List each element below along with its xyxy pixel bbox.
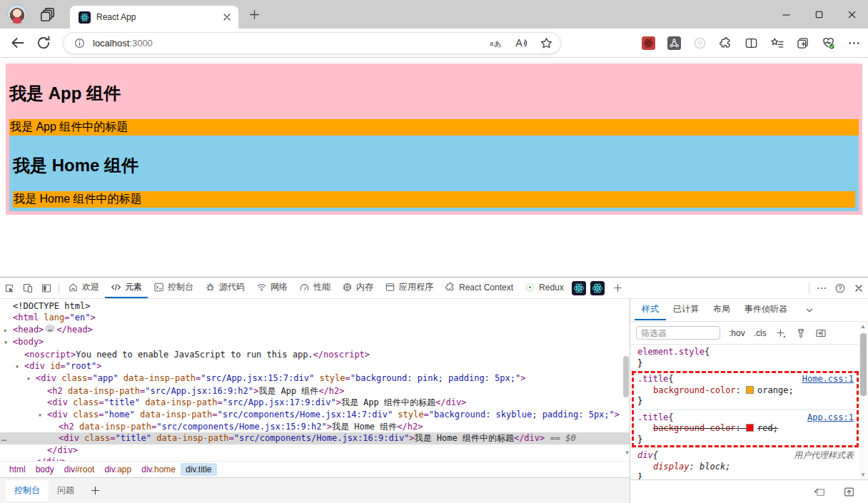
color-swatch[interactable] bbox=[746, 424, 754, 432]
breadcrumb-item-html[interactable]: html bbox=[4, 463, 31, 476]
scroll-down-icon[interactable]: ▼ bbox=[625, 447, 629, 459]
collapsed-content-icon[interactable]: … bbox=[45, 325, 55, 332]
dom-tree-line[interactable]: <html lang="en"> bbox=[0, 312, 630, 323]
devtools-tab-elements[interactable]: 元素 bbox=[105, 278, 148, 298]
collapse-arrow-icon[interactable]: ▾ bbox=[4, 337, 13, 348]
devtools-tab-memory[interactable]: 内存 bbox=[336, 278, 379, 298]
dom-tree-line[interactable]: ▾<div id="root"> bbox=[0, 360, 630, 372]
dom-tree-line-selected[interactable]: …<div class="title" data-insp-path="src/… bbox=[0, 432, 630, 444]
refresh-button[interactable] bbox=[36, 35, 51, 51]
devtools-tab-react-context[interactable]: React Context bbox=[439, 278, 519, 298]
toggle-hover-state-button[interactable]: :hov bbox=[729, 328, 745, 338]
dom-tree-line[interactable]: ▾<body> bbox=[0, 336, 630, 348]
sidebar-toggle-icon[interactable] bbox=[815, 327, 827, 339]
react-devtools-profiler-icon[interactable] bbox=[590, 281, 605, 295]
devtools-tab-redux[interactable]: Redux bbox=[519, 278, 570, 298]
style-filter-input[interactable] bbox=[636, 326, 720, 340]
dom-tree-line[interactable]: ▾<div class="home" data-insp-path="src/c… bbox=[0, 409, 630, 421]
dom-tree-line[interactable]: </div> bbox=[0, 456, 630, 461]
site-info-icon[interactable] bbox=[74, 37, 86, 49]
dom-tree-line[interactable]: </div> bbox=[0, 444, 630, 456]
sidebar-tab-layout[interactable]: 布局 bbox=[706, 300, 737, 320]
extensions-puzzle-icon[interactable] bbox=[719, 36, 732, 50]
dom-tree-line[interactable]: <div class="title" data-insp-path="src/A… bbox=[0, 397, 630, 408]
css-selector[interactable]: div bbox=[637, 450, 653, 462]
sidebar-tab-computed[interactable]: 已计算 bbox=[666, 300, 706, 320]
dom-tree[interactable]: <!DOCTYPE html><html lang="en">▸<head>…<… bbox=[0, 299, 630, 461]
react-devtools-ext-icon[interactable] bbox=[642, 36, 655, 50]
drawer-tab-issues[interactable]: 问题 bbox=[49, 480, 83, 501]
address-bar[interactable]: localhost:3000 aあA bbox=[63, 32, 561, 54]
workspaces-icon[interactable] bbox=[40, 6, 56, 22]
devtools-tab-welcome[interactable]: 欢迎 bbox=[62, 278, 105, 298]
more-button[interactable] bbox=[812, 279, 831, 298]
translate-icon[interactable]: aあ bbox=[490, 36, 503, 50]
css-selector[interactable]: element.style bbox=[637, 347, 705, 358]
breadcrumb-item-body[interactable]: body bbox=[31, 463, 59, 476]
breadcrumb-item-div-title[interactable]: div.title bbox=[181, 463, 216, 476]
new-style-rule-button[interactable] bbox=[775, 327, 787, 339]
rendering-brush-icon[interactable] bbox=[795, 327, 807, 339]
back-button[interactable] bbox=[10, 35, 26, 51]
react-devtools-components-icon[interactable] bbox=[572, 281, 586, 295]
color-swatch[interactable] bbox=[746, 386, 754, 394]
breadcrumb-item-div-home[interactable]: div.home bbox=[136, 463, 181, 476]
expand-panel-icon[interactable] bbox=[843, 486, 855, 498]
devtools-tab-performance[interactable]: 性能 bbox=[293, 278, 336, 298]
chevron-down-icon[interactable] bbox=[804, 305, 814, 315]
tab-close-icon[interactable] bbox=[221, 11, 233, 23]
devtools-tab-sources[interactable]: 源代码 bbox=[199, 278, 251, 298]
inspect-element-button[interactable] bbox=[0, 279, 19, 298]
css-file-link[interactable]: App.css:1 bbox=[807, 412, 854, 424]
minimize-button[interactable] bbox=[769, 0, 802, 29]
close-window-button[interactable] bbox=[835, 0, 868, 29]
dom-tree-line[interactable]: <!DOCTYPE html> bbox=[0, 300, 630, 312]
elements-scrollbar[interactable]: ▼ bbox=[622, 299, 630, 461]
expand-arrow-icon[interactable]: ▸ bbox=[4, 325, 13, 336]
reload-frame-icon[interactable] bbox=[814, 486, 826, 498]
dom-tree-line[interactable]: <h2 data-insp-path="src/components/Home.… bbox=[0, 421, 630, 432]
scroll-down-icon[interactable]: ▼ bbox=[860, 472, 866, 478]
css-declaration[interactable]: background-color: orange; bbox=[637, 385, 854, 397]
collapse-arrow-icon[interactable]: ▾ bbox=[38, 410, 47, 421]
styles-scrollbar[interactable]: ▲ ▼ bbox=[859, 322, 868, 479]
scroll-up-icon[interactable]: ▲ bbox=[860, 323, 866, 330]
collapse-arrow-icon[interactable]: ▾ bbox=[15, 361, 24, 372]
toggle-class-button[interactable]: .cls bbox=[754, 328, 767, 338]
dom-tree-line[interactable]: <h2 data-insp-path="src/App.jsx:16:9:h2"… bbox=[0, 385, 630, 397]
dom-tree-line[interactable]: <noscript>You need to enable JavaScript … bbox=[0, 349, 630, 360]
dock-side-button[interactable] bbox=[37, 279, 56, 298]
breadcrumb-item-div-app[interactable]: div.app bbox=[99, 463, 136, 476]
device-toolbar-button[interactable] bbox=[19, 279, 37, 298]
breadcrumb-item-div-root[interactable]: div#root bbox=[59, 463, 100, 476]
close-button[interactable] bbox=[849, 279, 868, 298]
redux-devtools-ext-icon[interactable] bbox=[667, 36, 681, 50]
split-screen-icon[interactable] bbox=[745, 36, 758, 50]
css-selector[interactable]: .title bbox=[637, 412, 668, 424]
profile-avatar[interactable] bbox=[7, 4, 27, 24]
add-tab-icon[interactable] bbox=[612, 283, 623, 293]
favorites-list-icon[interactable] bbox=[770, 36, 784, 50]
devtools-tab-console[interactable]: 控制台 bbox=[148, 278, 199, 298]
devtools-tab-network[interactable]: 网络 bbox=[251, 278, 293, 298]
inactive-ext-icon[interactable] bbox=[693, 36, 707, 50]
dom-tree-line[interactable]: ▾<div class="app" data-insp-path="src/Ap… bbox=[0, 372, 630, 385]
more-actions-icon[interactable]: … bbox=[1, 432, 6, 444]
help-button[interactable] bbox=[831, 279, 849, 298]
dom-tree-line[interactable]: ▸<head>…</head> bbox=[0, 324, 630, 336]
add-drawer-tab-button[interactable] bbox=[90, 485, 101, 496]
sidebar-tab-event-listeners[interactable]: 事件侦听器 bbox=[737, 300, 794, 320]
css-selector[interactable]: .title bbox=[637, 374, 668, 385]
devtools-tab-application[interactable]: 应用程序 bbox=[379, 278, 439, 298]
collections-icon[interactable] bbox=[796, 36, 809, 50]
scrollbar-thumb[interactable] bbox=[623, 356, 629, 397]
sidebar-tab-styles[interactable]: 样式 bbox=[635, 300, 666, 320]
css-declaration[interactable]: display: block; bbox=[637, 462, 854, 473]
maximize-button[interactable] bbox=[802, 0, 835, 29]
browser-essentials-icon[interactable] bbox=[822, 36, 835, 50]
collapse-arrow-icon[interactable]: ▾ bbox=[26, 373, 36, 385]
more-options-icon[interactable] bbox=[847, 36, 861, 50]
browser-tab[interactable]: React App bbox=[70, 6, 238, 29]
new-tab-button[interactable] bbox=[248, 9, 261, 21]
scrollbar-thumb[interactable] bbox=[860, 333, 867, 396]
